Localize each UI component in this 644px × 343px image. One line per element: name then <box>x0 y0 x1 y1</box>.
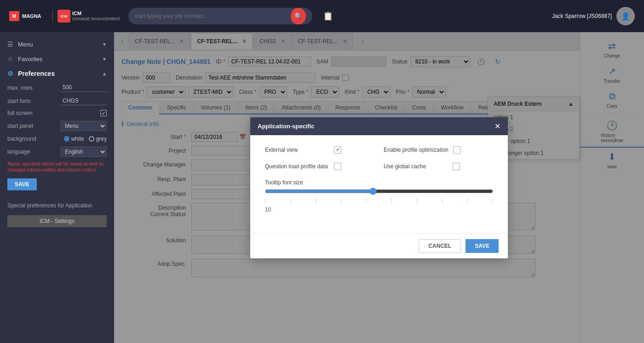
use-global-cache-field: Use global cache <box>384 163 493 170</box>
start-form-input[interactable] <box>61 97 107 105</box>
user-info: Jack Sparrow [JS06887] 👤 <box>552 7 635 25</box>
enable-profile-field: Enable profile optimization <box>384 146 493 154</box>
content-area: ‹ CF-TEST-REL... ✕ CF-TEST-REL... ✕ CHIS… <box>114 32 644 343</box>
search-bar[interactable]: 🔍 <box>128 8 312 24</box>
tick: | <box>442 198 443 203</box>
bg-white-label: white <box>71 136 84 142</box>
preferences-chevron-icon: ▲ <box>102 71 107 76</box>
question-load-label: Question load profile data <box>265 163 329 170</box>
svg-text:ICM: ICM <box>61 14 68 18</box>
icm-logo: ICM ICM CHANGE MANAGEMENT <box>52 10 121 23</box>
gear-icon: ⚙ <box>7 70 13 77</box>
tooltip-font-value: 10 <box>265 206 271 213</box>
background-label: background <box>7 136 44 142</box>
prefs-save-button[interactable]: SAVE <box>7 178 37 190</box>
clipboard-icon: 📋 <box>323 11 333 21</box>
modal-row-2: Question load profile data Use global ca… <box>265 163 493 170</box>
special-prefs-label: Special preferences for Application <box>0 199 114 212</box>
magna-svg: M MAGNA <box>9 11 46 21</box>
menu-chevron-icon: ▼ <box>102 42 107 47</box>
tick: | <box>316 198 316 203</box>
bg-grey-radio[interactable] <box>89 136 94 142</box>
start-form-label: start form <box>7 98 44 104</box>
max-rows-input[interactable] <box>61 83 107 92</box>
star-icon: ☆ <box>7 55 13 63</box>
user-name: Jack Sparrow [JS06887] <box>552 13 612 19</box>
external-view-label: External view <box>265 147 329 153</box>
background-radio-group: white grey <box>64 136 107 142</box>
enable-profile-checkbox[interactable] <box>453 146 460 154</box>
tick: | <box>391 198 392 203</box>
icm-label: ICM CHANGE MANAGEMENT <box>72 11 121 22</box>
main-layout: ☰ Menu ▼ ☆ Favorites ▼ ⚙ Preferences ▲ m… <box>0 32 644 343</box>
modal-close-button[interactable]: ✕ <box>494 122 500 131</box>
clipboard-button[interactable]: 📋 <box>320 8 336 24</box>
tooltip-font-slider[interactable] <box>265 188 493 195</box>
external-view-checkbox[interactable] <box>334 146 341 154</box>
svg-text:M: M <box>12 14 16 19</box>
modal-header: Application-specific ✕ <box>250 117 508 135</box>
modal-row-1: External view Enable profile optimizatio… <box>265 146 493 154</box>
pref-max-rows: max. rows <box>0 81 114 94</box>
modal-title: Application-specific <box>258 123 315 130</box>
search-input[interactable] <box>135 13 288 19</box>
modal-cancel-button[interactable]: CANCEL <box>419 239 461 253</box>
tooltip-font-label: Tooltip font size <box>265 179 303 186</box>
enable-profile-label: Enable profile optimization <box>384 147 448 153</box>
question-load-field: Question load profile data <box>265 163 374 170</box>
svg-text:MAGNA: MAGNA <box>22 13 41 19</box>
modal: Application-specific ✕ External view Ena… <box>250 117 508 258</box>
bg-white-option[interactable]: white <box>64 136 84 142</box>
question-load-checkbox[interactable] <box>334 163 341 170</box>
external-view-field: External view <box>265 146 374 154</box>
tooltip-font-container: Tooltip font size | | | | | | <box>265 179 493 213</box>
modal-save-button[interactable]: SAVE <box>466 239 499 253</box>
language-label: language <box>7 149 44 155</box>
sidebar: ☰ Menu ▼ ☆ Favorites ▼ ⚙ Preferences ▲ m… <box>0 32 114 343</box>
modal-body: External view Enable profile optimizatio… <box>250 135 508 233</box>
pref-language: language English <box>0 144 114 159</box>
max-rows-label: max. rows <box>7 85 44 91</box>
start-panel-select[interactable]: Menu <box>61 121 107 131</box>
use-global-cache-label: Use global cache <box>384 163 448 170</box>
navbar: M MAGNA ICM ICM CHANGE MANAGEMENT 🔍 📋 <box>0 0 644 32</box>
search-icon: 🔍 <box>294 12 302 20</box>
pref-start-form: start form <box>0 94 114 108</box>
sidebar-favorites-label: Favorites <box>18 56 42 63</box>
bg-white-radio[interactable] <box>64 136 69 142</box>
language-select[interactable]: English <box>61 147 107 157</box>
sidebar-item-menu[interactable]: ☰ Menu ▼ <box>0 37 114 51</box>
bg-grey-label: grey <box>96 136 107 142</box>
magna-logo: M MAGNA <box>9 11 46 21</box>
hamburger-icon: ☰ <box>7 40 13 48</box>
tick: | <box>492 198 493 203</box>
slider-ticks: | | | | | | | | | | <box>265 198 493 203</box>
start-panel-label: start panel <box>7 123 44 129</box>
full-screen-checkbox[interactable] <box>100 110 107 116</box>
bg-grey-option[interactable]: grey <box>89 136 107 142</box>
tick: | <box>265 198 266 203</box>
sidebar-item-favorites[interactable]: ☆ Favorites ▼ <box>0 51 114 66</box>
slider-wrapper <box>265 188 493 196</box>
sidebar-item-preferences[interactable]: ⚙ Preferences ▲ <box>0 66 114 81</box>
favorites-chevron-icon: ▼ <box>102 57 107 62</box>
prefs-warning: Above specified values will be saved as … <box>0 159 114 175</box>
tick: | <box>416 198 417 203</box>
icm-icon-svg: ICM <box>59 11 69 21</box>
modal-row-3: Tooltip font size | | | | | | <box>265 179 493 213</box>
icm-settings-button[interactable]: ICM - Settings <box>7 215 107 227</box>
modal-footer: CANCEL SAVE <box>250 233 508 258</box>
pref-start-panel: start panel Menu <box>0 119 114 133</box>
pref-background: background white grey <box>0 133 114 144</box>
tick: | <box>366 198 367 203</box>
use-global-cache-checkbox[interactable] <box>453 163 460 170</box>
logo-group: M MAGNA ICM ICM CHANGE MANAGEMENT <box>9 10 121 23</box>
avatar: 👤 <box>616 7 635 25</box>
icm-icon: ICM <box>58 10 70 23</box>
tick: | <box>290 198 291 203</box>
search-button[interactable]: 🔍 <box>291 8 305 24</box>
sidebar-menu-label: Menu <box>18 41 33 48</box>
modal-overlay: Application-specific ✕ External view Ena… <box>114 32 644 343</box>
sidebar-preferences-label: Preferences <box>18 70 55 77</box>
full-screen-label: full screen <box>7 110 44 116</box>
